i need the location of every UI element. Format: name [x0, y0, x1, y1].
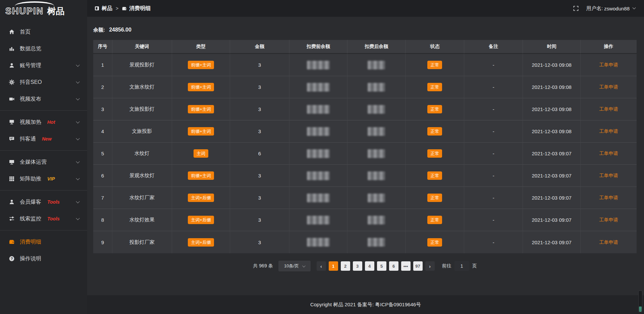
ticket-request-link[interactable]: 工单申请 — [599, 106, 618, 112]
user-menu[interactable]: 用户名: zswodun88 — [586, 5, 635, 12]
ticket-request-link[interactable]: 工单申请 — [599, 217, 618, 222]
cell-action: 工单申请 — [581, 76, 637, 98]
sidebar-divider — [0, 150, 87, 151]
sidebar-item-douyin-seo[interactable]: 抖音SEO — [0, 74, 87, 91]
cell-status: 正常 — [406, 143, 464, 165]
sidebar-item-douketong[interactable]: 抖客通 New — [0, 130, 87, 147]
sidebar-item-label: 账号管理 — [20, 62, 41, 69]
cell-time: 2021-12-03 09:07 — [523, 209, 581, 231]
status-badge: 正常 — [427, 83, 442, 91]
balance-display: 余额: 24856.00 — [93, 27, 637, 33]
page-button-1[interactable]: 1 — [329, 261, 338, 271]
ticket-request-link[interactable]: 工单申请 — [599, 84, 618, 90]
new-tag: New — [42, 136, 52, 142]
cell-type: 前缀+主词 — [172, 120, 230, 143]
chevron-down-icon — [76, 160, 79, 163]
ticket-request-link[interactable]: 工单申请 — [599, 195, 618, 200]
cell-keyword: 文旅投影 — [112, 120, 172, 143]
chevron-down-icon — [76, 216, 79, 220]
page-button-97[interactable]: 97 — [413, 261, 423, 271]
page-button-4[interactable]: 4 — [365, 261, 374, 271]
balance-label: 余额: — [93, 27, 105, 33]
more-pages-button[interactable]: ••• — [401, 261, 411, 271]
goto-label: 前往 — [442, 263, 451, 269]
sidebar-item-all-media[interactable]: 全媒体运营 — [0, 154, 87, 170]
ticket-request-link[interactable]: 工单申请 — [599, 173, 618, 178]
table-row: 6 景观水纹灯 前缀+主词 3 正常 - 2021-12-03 09:07 工单… — [93, 165, 637, 187]
status-badge: 正常 — [427, 127, 442, 136]
sidebar-item-home[interactable]: 首页 — [0, 23, 87, 40]
redacted-value — [368, 105, 385, 114]
cell-balance-after — [347, 165, 406, 187]
cell-type: 主词+后缀 — [172, 209, 230, 231]
sidebar-item-video-publish[interactable]: 视频发布 — [0, 91, 87, 107]
ticket-request-link[interactable]: 工单申请 — [599, 62, 618, 67]
cell-no: 6 — [93, 165, 112, 187]
cell-time: 2021-12-03 09:07 — [523, 187, 581, 209]
fullscreen-icon[interactable] — [573, 5, 579, 11]
prev-page-button[interactable]: ‹ — [317, 261, 326, 271]
table-header-row: 序号 关键词 类型 金额 扣费前余额 扣费后余额 状态 备注 时间 操作 — [93, 40, 637, 54]
cell-amount: 3 — [230, 120, 289, 143]
cell-time: 2021-12-03 09:08 — [523, 76, 581, 98]
cell-balance-before — [289, 165, 347, 187]
type-badge: 主词+后缀 — [188, 216, 214, 224]
sidebar-item-lead-monitor[interactable]: 线索监控 Tools — [0, 210, 87, 227]
sliders-icon — [9, 216, 15, 222]
cell-action: 工单申请 — [581, 187, 637, 209]
sidebar-item-data-overview[interactable]: 数据总览 — [0, 40, 87, 57]
breadcrumb-home-label: 树品 — [102, 5, 112, 12]
table-row: 8 水纹灯效果 主词+后缀 3 正常 - 2021-12-03 09:07 工单… — [93, 209, 637, 231]
breadcrumb-home[interactable]: 树品 — [95, 5, 112, 12]
status-badge: 正常 — [427, 105, 442, 113]
cell-balance-after — [347, 209, 406, 231]
cell-balance-after — [347, 120, 406, 143]
breadcrumb-current[interactable]: 消费明细 — [122, 5, 151, 12]
sidebar-item-instructions[interactable]: ? 操作说明 — [0, 250, 87, 267]
sidebar-item-consumption-detail[interactable]: 消费明细 — [0, 233, 87, 250]
ticket-request-link[interactable]: 工单申请 — [599, 151, 618, 156]
gear-icon — [9, 79, 15, 85]
page-size-select[interactable]: 10条/页 — [278, 261, 311, 271]
sidebar-item-member-burst[interactable]: 会员爆客 Tools — [0, 194, 87, 210]
cell-remark: - — [464, 120, 523, 143]
copyright-text: Copyright 树品 2021 备案号: 粤ICP备09019646号 — [310, 302, 421, 308]
sidebar-item-account-mgmt[interactable]: 账号管理 — [0, 57, 87, 74]
type-badge: 前缀+主词 — [188, 127, 214, 136]
cell-balance-before — [289, 143, 347, 165]
ticket-request-link[interactable]: 工单申请 — [599, 128, 618, 134]
chat-bubble-icon — [9, 136, 15, 142]
sidebar-item-video-heat[interactable]: 视频加热 Hot — [0, 114, 87, 130]
ticket-request-link[interactable]: 工单申请 — [599, 240, 618, 245]
sidebar-item-matrix-boost[interactable]: 矩阵助推 VIP — [0, 170, 87, 187]
col-header-no: 序号 — [93, 40, 112, 54]
page-button-5[interactable]: 5 — [377, 261, 386, 271]
next-page-button[interactable]: › — [425, 261, 435, 271]
cell-balance-after — [347, 143, 406, 165]
redacted-value — [368, 127, 385, 136]
cell-no: 4 — [93, 120, 112, 143]
sidebar-item-label: 操作说明 — [20, 255, 41, 262]
cell-action: 工单申请 — [581, 54, 637, 76]
bar-chart-icon — [9, 46, 15, 52]
cell-type: 前缀+主词 — [172, 54, 230, 76]
cell-status: 正常 — [406, 209, 464, 231]
goto-page-input[interactable] — [454, 261, 469, 271]
sidebar-divider — [0, 110, 87, 111]
table-row: 7 水纹灯厂家 主词+后缀 3 正常 - 2021-12-03 09:07 工单… — [93, 187, 637, 209]
cell-keyword: 景观水纹灯 — [112, 165, 172, 187]
redacted-value — [307, 61, 330, 69]
monitor-icon — [9, 159, 15, 165]
page-button-6[interactable]: 6 — [389, 261, 398, 271]
col-header-keyword: 关键词 — [112, 40, 172, 54]
sidebar: SHUPIN 树品 首页 数据总览 账号管理 — [0, 0, 87, 314]
grid-icon — [9, 176, 15, 182]
scrollbar[interactable] — [638, 291, 642, 313]
cell-status: 正常 — [406, 187, 464, 209]
page-button-3[interactable]: 3 — [353, 261, 362, 271]
cell-action: 工单申请 — [581, 165, 637, 187]
page-button-2[interactable]: 2 — [341, 261, 350, 271]
redacted-value — [307, 83, 330, 92]
sidebar-item-label: 消费明细 — [20, 239, 41, 246]
col-header-balance-after: 扣费后余额 — [347, 40, 406, 54]
